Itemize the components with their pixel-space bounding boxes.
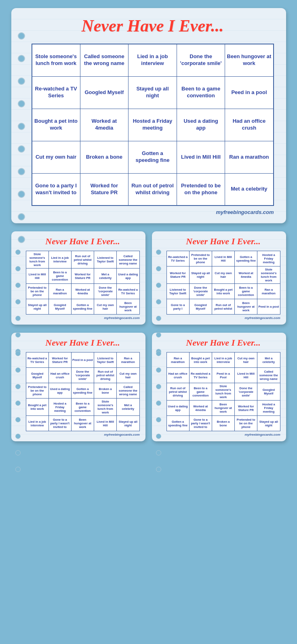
sc2-cell-1-1: Re-watched a TV Series [166,251,189,266]
sc1-cell-3-4: Done the 'corporate smile' [94,284,117,299]
sc4-cell-4-1: Used a dating app [166,401,189,416]
sc4-cell-2-4: Lived in Mill Hill [235,368,257,383]
cell-2-5: Peed in a pool [225,76,274,109]
small-bingo-grid-1: Stole someone's lunch from work Lied in … [26,251,140,315]
cell-3-2: Worked at 4media [80,109,128,141]
small-hole-4 [15,299,21,304]
small-card-1-title: Never Have I Ever... [26,236,140,247]
cell-2-1: Re-watched a TV Series [32,76,80,109]
sc2-cell-3-5: Ran a marathon [257,284,280,299]
small-bingo-grid-2: Re-watched a TV Series Pretended to be o… [166,251,280,315]
small-hole-4 [156,299,161,304]
sc3-cell-1-3: Peed in a pool [71,352,94,368]
cell-1-1: Stole someone's lunch from work [32,44,80,76]
table-row: Re-watched a TV Series Pretended to be o… [166,251,280,266]
sc1-cell-4-4: Cut my own hair [94,299,117,315]
small-hole-3 [15,384,21,389]
table-row: Googled Myself Had an office crush Done … [26,368,139,383]
small-hole-2 [15,266,21,271]
sc4-cell-5-2: Gone to a party I wasn't invited to [189,416,212,431]
hole-punches [18,32,25,243]
table-row: Pretended to be on the phone Ran a marat… [26,284,139,299]
small-card-3-title: Never Have I Ever... [26,338,140,348]
small-website-tag-3: myfreebingocards.com [26,433,140,436]
small-cards-top-row: Never Have I Ever... Stole someone's lun… [11,231,286,325]
small-hole-6 [15,332,21,338]
cell-5-2: Worked for Stature PR [80,173,128,206]
sc1-cell-4-3: Gotten a speeding fine [71,299,94,315]
main-card-title: Never Have I Ever... [32,16,274,36]
sc2-cell-4-2: Googled Myself [189,299,212,315]
small-hole-5 [15,316,21,321]
small-hole-3 [156,283,161,288]
sc2-cell-3-2: Done the 'corporate smile' [189,284,212,299]
sc3-cell-5-1: Lied in a job interview [26,416,48,431]
sc1-cell-2-4: Met a celebrity [94,269,117,284]
sc3-cell-2-2: Had an office crush [48,368,71,383]
sc1-cell-2-2: Been to a game convention [48,269,71,284]
cell-1-5: Been hungover at work [225,44,274,76]
sc2-cell-1-4: Gotten a speeding fine [235,251,257,266]
table-row: Re-watched a TV Series Worked for Statur… [26,352,139,368]
cell-1-3: Lied in a job interview [128,44,177,76]
sc3-cell-4-1: Bought a pet into work [26,399,48,416]
cell-1-4: Done the 'corporate smile' [177,44,225,76]
small-bingo-grid-3: Re-watched a TV Series Worked for Statur… [26,352,140,431]
sc1-cell-3-1: Pretended to be on the phone [26,284,48,299]
sc1-cell-2-1: Lived in Mill Hill [26,269,48,284]
sc3-cell-5-2: Gone to a party I wasn't invited to [48,416,71,431]
sc4-cell-4-3: Been hungover at work [212,401,234,416]
sc3-cell-2-3: Done the 'corporate smile' [71,368,94,383]
cell-3-3: Hosted a Friday meeting [128,109,177,141]
main-bingo-grid: Stole someone's lunch from work Called s… [32,44,274,206]
table-row: Bought a pet into work Worked at 4media … [32,109,274,141]
sc3-cell-2-5: Cut my own hair [117,368,139,383]
hole-1 [18,32,25,40]
small-cards-bottom-row: Never Have I Ever... Re-watched a TV Ser… [11,333,286,441]
table-row: Gotten a speeding fine Gone to a party I… [166,416,280,431]
table-row: Re-watched a TV Series Googled Myself St… [32,76,274,109]
table-row: Pretended to be on the phone Used a dati… [26,383,139,399]
table-row: Stayed up all night Googled Myself Gotte… [26,299,139,315]
small-bingo-card-4: Never Have I Ever... Ran a marathon Boug… [152,333,286,441]
sc3-cell-3-2: Used a dating app [48,383,71,399]
small-website-tag-1: myfreebingocards.com [26,316,140,320]
sc4-cell-2-3: Peed in a Pool [212,368,234,383]
sc3-cell-5-4: Lived in Mill Hill [94,416,117,431]
small-hole-punches-3 [15,351,21,472]
sc1-cell-2-5: Used a dating app [117,269,139,284]
sc2-cell-4-5: Peed in a pool [257,299,280,315]
small-website-tag-4: myfreebingocards.com [166,433,280,436]
sc4-cell-4-2: Worked at 4media [189,401,212,416]
table-row: Lived in Mill Hill Been to a game conven… [26,269,139,284]
small-hole-6 [156,332,161,338]
small-hole-3 [15,283,21,288]
table-row: Used a dating app Worked at 4media Been … [166,401,280,416]
sc3-cell-1-2: Worked for Stature PR [48,352,71,368]
sc1-cell-1-1: Stole someone's lunch from work [26,251,48,269]
small-hole-7 [156,450,161,455]
small-hole-1 [156,351,161,356]
small-hole-2 [15,367,21,373]
sc4-cell-1-3: Lied in a job interview [212,352,234,368]
sc1-cell-4-1: Stayed up all night [26,299,48,315]
sc2-cell-3-3: Bought a pet into work [212,284,234,299]
cell-3-4: Used a dating app [177,109,225,141]
sc4-cell-2-1: Had an office crush [166,368,189,383]
table-row: Cut my own hair Broken a bone Gotten a s… [32,141,274,173]
cell-4-2: Broken a bone [80,141,128,173]
sc1-cell-1-5: Called someone the wrong name [117,251,139,269]
sc4-cell-5-1: Gotten a speeding fine [166,416,189,431]
sc4-cell-4-4: Worked for Stature PR [235,401,257,416]
cell-4-3: Gotten a speeding fine [128,141,177,173]
sc3-cell-5-5: Stayed up all night [117,416,139,431]
sc4-cell-5-3: Broken a bone [212,416,234,431]
small-hole-5 [156,417,161,422]
sc2-cell-1-3: Lived in Mill Hill [212,251,234,266]
small-hole-4 [156,401,161,406]
hole-6 [18,145,25,153]
small-card-4-title: Never Have I Ever... [166,338,280,348]
sc4-cell-2-2: Re-watched a TV Series [189,368,212,383]
sc1-cell-1-3: Run out of petrol whilst driving [71,251,94,269]
hole-2 [18,55,25,62]
